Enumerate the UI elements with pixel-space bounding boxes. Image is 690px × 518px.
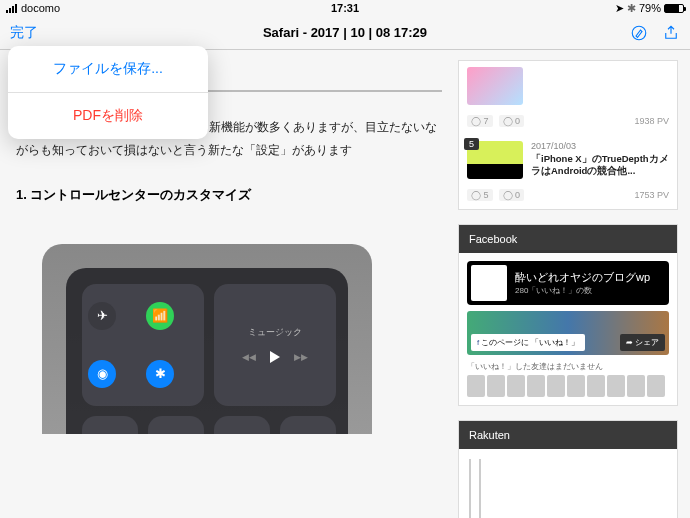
connectivity-tile: ✈ 📶 ◉ ✱	[82, 284, 204, 406]
status-time: 17:31	[331, 2, 359, 14]
carrier-label: docomo	[21, 2, 60, 14]
hotel-image[interactable]	[479, 459, 481, 518]
facebook-header: Facebook	[459, 225, 677, 253]
related-date: 2017/10/03	[531, 141, 669, 151]
save-file-button[interactable]: ファイルを保存...	[8, 46, 208, 92]
bluetooth-icon: ✱	[627, 2, 636, 15]
related-thumb	[467, 67, 523, 105]
delete-pdf-button[interactable]: PDFを削除	[8, 93, 208, 139]
wifi-icon: ◉	[88, 360, 116, 388]
hotel-image[interactable]	[469, 459, 471, 518]
fb-share-button[interactable]: ➦ シェア	[620, 334, 665, 351]
airplane-icon: ✈	[88, 302, 116, 330]
pv-count: 1938 PV	[634, 116, 669, 126]
rakuten-header: Rakuten	[459, 421, 677, 449]
bluetooth-cc-icon: ✱	[146, 360, 174, 388]
fb-friends-caption: 「いいね！」した友達はまだいません	[467, 361, 669, 372]
fb-cover: fこのページに「いいね！」 ➦ シェア	[467, 311, 669, 355]
play-icon	[270, 351, 280, 363]
facebook-widget: Facebook 酔いどれオヤジのブログwp 280「いいね！」の数 fこのペー…	[458, 224, 678, 406]
control-center-screenshot: ✈ 📶 ◉ ✱ ミュージック ◀◀▶▶ ⟲ ☾ ☀ 🔊 ▭ 画面ミラーリング	[42, 244, 372, 434]
markup-icon[interactable]	[630, 24, 648, 42]
volume-slider: 🔊	[280, 416, 336, 434]
share-icon[interactable]	[662, 24, 680, 42]
related-thumb: 5	[467, 141, 523, 179]
separator	[202, 90, 442, 92]
battery-icon	[664, 4, 684, 13]
signal-bars-icon	[6, 4, 17, 13]
related-title: 「iPhone X」のTrueDepthカメラはAndroidの競合他...	[531, 153, 669, 178]
section-heading: 1. コントロールセンターのカスタマイズ	[16, 186, 440, 204]
brightness-slider: ☀	[214, 416, 270, 434]
battery-percent: 79%	[639, 2, 661, 14]
action-popover: ファイルを保存... PDFを削除	[8, 46, 208, 139]
orientation-lock-tile: ⟲	[82, 416, 138, 434]
cellular-icon: 📶	[146, 302, 174, 330]
related-item[interactable]	[459, 61, 677, 111]
rakuten-widget: Rakuten 万嬉旅館「十八... ペン...	[458, 420, 678, 518]
related-item[interactable]: 5 2017/10/03 「iPhone X」のTrueDepthカメラはAnd…	[459, 135, 677, 185]
stat-icon: ◯ 7	[467, 115, 493, 127]
fb-like-button[interactable]: fこのページに「いいね！」	[471, 334, 585, 351]
music-label: ミュージック	[248, 326, 302, 339]
fb-friend-avatars	[467, 375, 669, 397]
fb-page-avatar	[471, 265, 507, 301]
svg-point-0	[632, 26, 646, 40]
related-list: ◯ 7◯ 0 1938 PV 5 2017/10/03 「iPhone X」のT…	[458, 60, 678, 210]
dnd-tile: ☾	[148, 416, 204, 434]
location-icon: ➤	[615, 2, 624, 15]
fb-like-count: 280「いいね！」の数	[515, 285, 650, 296]
done-button[interactable]: 完了	[10, 24, 38, 42]
music-tile: ミュージック ◀◀▶▶	[214, 284, 336, 406]
lock-rotation-icon: ⟲	[103, 433, 118, 434]
fb-page-name[interactable]: 酔いどれオヤジのブログwp	[515, 270, 650, 285]
pv-count: 1753 PV	[634, 190, 669, 200]
page-title: Safari - 2017 | 10 | 08 17:29	[263, 25, 427, 40]
